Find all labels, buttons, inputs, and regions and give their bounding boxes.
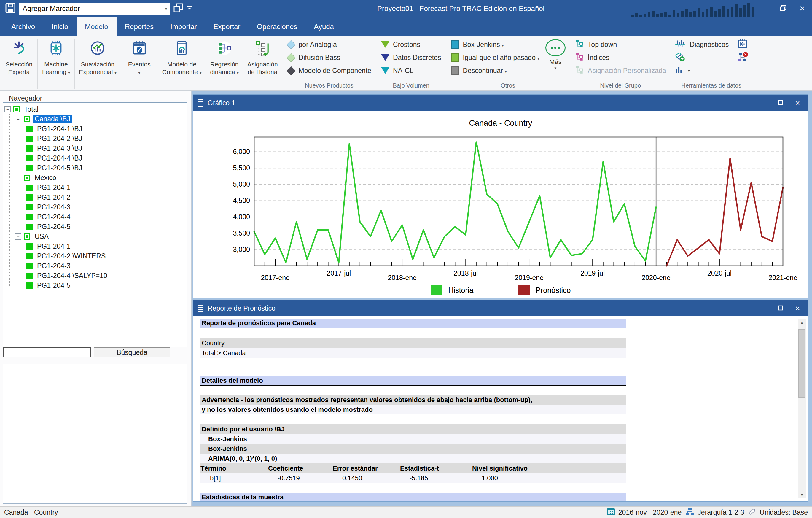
ribbon-item-ndices[interactable]: Índices	[573, 51, 668, 64]
report-rows: Reporte de pronósticos para CanadaCountr…	[200, 319, 626, 501]
node-checkbox-icon[interactable]	[24, 116, 30, 122]
tree-item-pg1-204-1-bj[interactable]: PG1-204-1 \BJ	[26, 124, 186, 134]
ribbon-button-eventos[interactable]: Eventos▾	[121, 37, 158, 90]
tree-item-pg1-204-3[interactable]: PG1-204-3	[26, 261, 186, 271]
tree-item-pg1-204-4[interactable]: PG1-204-4	[26, 212, 186, 222]
tab-modelo[interactable]: Modelo	[77, 17, 117, 36]
ribbon-item-descontinuar[interactable]: Descontinuar ▾	[449, 64, 541, 77]
tab-importar[interactable]: Importar	[162, 17, 205, 36]
ribbon-item-igual-que-el-a-o-pasado[interactable]: Igual que el año pasado ▾	[449, 51, 541, 64]
leaf-checkbox-icon[interactable]	[26, 126, 33, 132]
ribbon-button-machine-learning[interactable]: MachineLearning ▾	[38, 37, 75, 90]
leaf-checkbox-icon[interactable]	[26, 184, 33, 191]
search-input[interactable]	[3, 347, 91, 357]
ribbon-button-asignaci-n-de-historia[interactable]: Asignaciónde Historia	[243, 37, 282, 90]
tab-archivo[interactable]: Archivo	[3, 17, 43, 36]
leaf-checkbox-icon[interactable]	[26, 155, 33, 162]
tree-item-pg1-204-5[interactable]: PG1-204-5	[26, 222, 186, 232]
tree-item-pg1-204-2-bj[interactable]: PG1-204-2 \BJ	[26, 134, 186, 144]
tree-item-pg1-204-3[interactable]: PG1-204-3	[26, 202, 186, 212]
tree-item-canada-bj[interactable]: Canada \BJ	[15, 114, 186, 124]
ribbon-item-box-jenkins[interactable]: Box-Jenkins ▾	[449, 38, 541, 51]
report-scrollbar[interactable]: ▲ ▼	[798, 319, 806, 498]
close-button[interactable]: ✕	[798, 5, 807, 12]
chevron-down-icon[interactable]: ▾	[165, 6, 167, 11]
node-checkbox-icon[interactable]	[24, 175, 30, 181]
ribbon-button-modelo-de-componente[interactable]: Modelo deComponente ▾	[158, 37, 206, 90]
minimize-button[interactable]: –	[760, 5, 769, 12]
report-minimize-button[interactable]: –	[763, 305, 766, 312]
window-menu-icon[interactable]	[198, 305, 203, 312]
collapse-icon[interactable]	[4, 106, 11, 112]
ribbon-item-datos-discretos[interactable]: Datos Discretos	[379, 51, 443, 64]
ribbon-item-na-cl[interactable]: NA-CL	[379, 64, 443, 77]
cascade-windows-icon[interactable]	[173, 3, 183, 14]
collapse-icon[interactable]	[15, 175, 21, 181]
leaf-checkbox-icon[interactable]	[26, 194, 33, 201]
bookmark-combobox[interactable]: Agregar Marcador ▾	[19, 3, 170, 15]
leaf-checkbox-icon[interactable]	[26, 165, 33, 171]
tab-inicio[interactable]: Inicio	[43, 17, 77, 36]
leaf-checkbox-icon[interactable]	[26, 145, 33, 152]
node-checkbox-icon[interactable]	[24, 233, 30, 240]
chart-close-button[interactable]: ✕	[795, 100, 800, 106]
tree-item-pg1-204-4-salyp-10[interactable]: PG1-204-4 \SALYP=10	[26, 271, 186, 281]
qat-customize-icon[interactable]	[186, 5, 193, 12]
leaf-checkbox-icon[interactable]	[26, 282, 33, 289]
ribbon-item-por-analog-a[interactable]: por Analogía	[285, 38, 373, 51]
ribbon-item-crostons[interactable]: Crostons	[379, 38, 443, 51]
save-icon[interactable]	[5, 2, 16, 15]
tree-item-pg1-204-1[interactable]: PG1-204-1	[26, 241, 186, 251]
search-button[interactable]: Búsqueda	[94, 347, 170, 357]
report-maximize-button[interactable]	[778, 305, 784, 312]
leaf-checkbox-icon[interactable]	[26, 272, 33, 279]
leaf-checkbox-icon[interactable]	[26, 253, 33, 259]
report-close-button[interactable]: ✕	[795, 305, 800, 312]
tree-item-pg1-204-5-bj[interactable]: PG1-204-5 \BJ	[26, 163, 186, 173]
node-checkbox-icon[interactable]	[13, 106, 20, 112]
chart-minimize-button[interactable]: –	[763, 100, 766, 106]
add-tags-icon[interactable]	[674, 51, 686, 64]
tree-item-mexico[interactable]: Mexico	[15, 173, 186, 183]
tree-item-pg1-204-3-bj[interactable]: PG1-204-3 \BJ	[26, 144, 186, 153]
tab-operaciones[interactable]: Operaciones	[249, 17, 306, 36]
tree-item-label: Mexico	[33, 174, 58, 182]
chart-maximize-button[interactable]	[778, 100, 784, 107]
hierarchy-remove-icon[interactable]	[737, 51, 748, 64]
leaf-checkbox-icon[interactable]	[26, 224, 33, 230]
scroll-down-icon[interactable]: ▼	[798, 491, 806, 498]
ribbon-button-regresi-n-din-mica[interactable]: Regresióndinámica ▾	[206, 37, 242, 90]
leaf-checkbox-icon[interactable]	[26, 263, 33, 269]
collapse-icon[interactable]	[15, 116, 21, 122]
tree-item-usa[interactable]: USA	[15, 232, 186, 241]
tree-item-pg1-204-2-winters[interactable]: PG1-204-2 \WINTERS	[26, 251, 186, 261]
ribbon-button-selecci-n-experta[interactable]: SelecciónExperta	[1, 37, 37, 90]
mini-bars-icon[interactable]	[674, 65, 684, 76]
collapse-icon[interactable]	[15, 233, 21, 240]
ribbon-item-difusi-n-bass[interactable]: Difusión Bass	[285, 51, 373, 64]
ribbon-item-top-down[interactable]: Top down	[573, 38, 668, 51]
report-table-cell: Coeficiente	[267, 465, 332, 472]
leaf-checkbox-icon[interactable]	[26, 214, 33, 220]
leaf-checkbox-icon[interactable]	[26, 136, 33, 142]
scroll-up-icon[interactable]: ▲	[798, 319, 806, 326]
calendar-import-icon[interactable]	[737, 38, 748, 51]
tab-reportes[interactable]: Reportes	[117, 17, 162, 36]
svg-text:2021-ene: 2021-ene	[768, 274, 797, 282]
restore-button[interactable]	[779, 4, 788, 13]
leaf-checkbox-icon[interactable]	[26, 243, 33, 250]
ribbon-item-mas[interactable]: Más ▾	[543, 38, 567, 81]
tree-item-total[interactable]: Total	[4, 105, 186, 114]
tree-item-pg1-204-1[interactable]: PG1-204-1	[26, 183, 186, 193]
leaf-checkbox-icon[interactable]	[26, 204, 33, 210]
tab-exportar[interactable]: Exportar	[205, 17, 249, 36]
window-menu-icon[interactable]	[198, 99, 203, 107]
tree-item-pg1-204-2[interactable]: PG1-204-2	[26, 193, 186, 202]
scrollbar-thumb[interactable]	[799, 329, 806, 398]
ribbon-item-diagnosticos[interactable]: Diagnósticos	[690, 41, 729, 49]
tab-ayuda[interactable]: Ayuda	[306, 17, 342, 36]
ribbon-item-modelo-de-componente[interactable]: Modelo de Componente	[285, 64, 373, 77]
tree-item-pg1-204-4-bj[interactable]: PG1-204-4 \BJ	[26, 153, 186, 163]
tree-item-pg1-204-5[interactable]: PG1-204-5	[26, 281, 186, 290]
ribbon-button-suavizaci-n-exponencial[interactable]: SuavizaciónExponencial ▾	[75, 37, 121, 90]
